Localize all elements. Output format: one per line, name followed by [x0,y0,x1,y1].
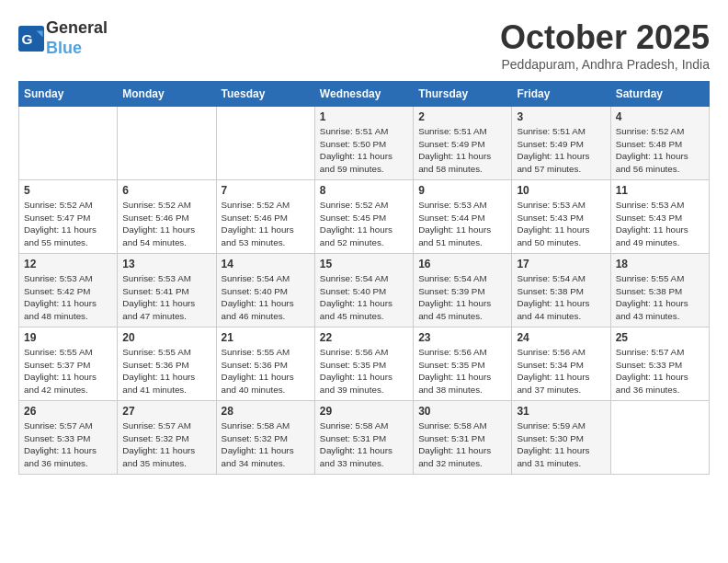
calendar-header: SundayMondayTuesdayWednesdayThursdayFrid… [19,82,710,107]
day-info: Sunrise: 5:52 AM Sunset: 5:48 PM Dayligh… [616,125,704,176]
logo: G General Blue [18,18,108,58]
calendar-cell: 21Sunrise: 5:55 AM Sunset: 5:36 PM Dayli… [216,327,314,401]
day-info: Sunrise: 5:55 AM Sunset: 5:36 PM Dayligh… [222,346,310,396]
day-number: 8 [320,184,408,197]
page-header: G General Blue October 2025 Peddapuram, … [18,18,710,72]
day-info: Sunrise: 5:59 AM Sunset: 5:30 PM Dayligh… [517,419,605,470]
day-info: Sunrise: 5:58 AM Sunset: 5:32 PM Dayligh… [222,419,310,470]
day-info: Sunrise: 5:57 AM Sunset: 5:33 PM Dayligh… [616,346,704,396]
calendar-week-row: 19Sunrise: 5:55 AM Sunset: 5:37 PM Dayli… [19,327,710,401]
calendar-cell: 13Sunrise: 5:53 AM Sunset: 5:41 PM Dayli… [118,254,216,327]
day-number: 11 [616,184,704,197]
day-number: 18 [616,258,704,270]
day-number: 10 [517,184,605,197]
day-info: Sunrise: 5:52 AM Sunset: 5:47 PM Dayligh… [24,199,112,249]
day-number: 24 [517,331,605,344]
day-info: Sunrise: 5:55 AM Sunset: 5:37 PM Dayligh… [24,346,112,396]
calendar-week-row: 12Sunrise: 5:53 AM Sunset: 5:42 PM Dayli… [19,254,710,327]
day-info: Sunrise: 5:52 AM Sunset: 5:46 PM Dayligh… [122,199,210,249]
day-number: 21 [222,331,310,344]
calendar-cell: 10Sunrise: 5:53 AM Sunset: 5:43 PM Dayli… [512,180,610,254]
day-number: 15 [320,258,408,270]
day-info: Sunrise: 5:58 AM Sunset: 5:31 PM Dayligh… [418,419,506,470]
day-number: 12 [24,258,112,270]
day-number: 23 [418,331,506,344]
calendar-cell: 26Sunrise: 5:57 AM Sunset: 5:33 PM Dayli… [19,401,118,475]
logo-icon: G [18,26,44,52]
day-info: Sunrise: 5:53 AM Sunset: 5:43 PM Dayligh… [616,199,704,249]
calendar-cell: 2Sunrise: 5:51 AM Sunset: 5:49 PM Daylig… [414,107,512,180]
day-info: Sunrise: 5:52 AM Sunset: 5:46 PM Dayligh… [222,199,310,249]
location: Peddapuram, Andhra Pradesh, India [500,57,710,72]
calendar-cell: 7Sunrise: 5:52 AM Sunset: 5:46 PM Daylig… [216,180,314,254]
days-of-week-row: SundayMondayTuesdayWednesdayThursdayFrid… [19,82,710,107]
calendar-cell: 25Sunrise: 5:57 AM Sunset: 5:33 PM Dayli… [610,327,709,401]
calendar-cell: 30Sunrise: 5:58 AM Sunset: 5:31 PM Dayli… [414,401,512,475]
logo-text: General Blue [46,18,108,58]
day-number: 19 [24,331,112,344]
day-info: Sunrise: 5:51 AM Sunset: 5:49 PM Dayligh… [517,125,605,176]
day-number: 6 [122,184,210,197]
day-info: Sunrise: 5:58 AM Sunset: 5:31 PM Dayligh… [320,419,408,470]
day-number: 2 [418,110,506,123]
day-info: Sunrise: 5:52 AM Sunset: 5:45 PM Dayligh… [320,199,408,249]
day-number: 30 [418,405,506,418]
day-of-week-header: Monday [118,82,216,107]
calendar-cell [118,107,216,180]
calendar-cell: 6Sunrise: 5:52 AM Sunset: 5:46 PM Daylig… [118,180,216,254]
day-info: Sunrise: 5:53 AM Sunset: 5:43 PM Dayligh… [517,199,605,249]
calendar-cell: 19Sunrise: 5:55 AM Sunset: 5:37 PM Dayli… [19,327,118,401]
calendar-cell [216,107,314,180]
day-of-week-header: Saturday [610,82,709,107]
calendar-cell: 23Sunrise: 5:56 AM Sunset: 5:35 PM Dayli… [414,327,512,401]
calendar-cell: 29Sunrise: 5:58 AM Sunset: 5:31 PM Dayli… [314,401,413,475]
day-number: 25 [616,331,704,344]
day-number: 3 [517,110,605,123]
day-of-week-header: Sunday [19,82,118,107]
day-info: Sunrise: 5:54 AM Sunset: 5:39 PM Dayligh… [418,272,506,323]
calendar-cell: 20Sunrise: 5:55 AM Sunset: 5:36 PM Dayli… [118,327,216,401]
calendar-cell: 12Sunrise: 5:53 AM Sunset: 5:42 PM Dayli… [19,254,118,327]
logo-line2: Blue [46,39,108,59]
calendar-cell: 11Sunrise: 5:53 AM Sunset: 5:43 PM Dayli… [610,180,709,254]
day-number: 5 [24,184,112,197]
calendar-cell: 14Sunrise: 5:54 AM Sunset: 5:40 PM Dayli… [216,254,314,327]
day-info: Sunrise: 5:56 AM Sunset: 5:34 PM Dayligh… [517,346,605,396]
calendar-cell: 31Sunrise: 5:59 AM Sunset: 5:30 PM Dayli… [512,401,610,475]
day-number: 20 [122,331,210,344]
day-of-week-header: Thursday [414,82,512,107]
calendar-body: 1Sunrise: 5:51 AM Sunset: 5:50 PM Daylig… [19,107,710,475]
calendar-cell: 28Sunrise: 5:58 AM Sunset: 5:32 PM Dayli… [216,401,314,475]
calendar-cell: 3Sunrise: 5:51 AM Sunset: 5:49 PM Daylig… [512,107,610,180]
day-info: Sunrise: 5:57 AM Sunset: 5:33 PM Dayligh… [24,419,112,470]
day-number: 28 [222,405,310,418]
day-number: 22 [320,331,408,344]
day-of-week-header: Friday [512,82,610,107]
day-info: Sunrise: 5:55 AM Sunset: 5:38 PM Dayligh… [616,272,704,323]
calendar-cell: 22Sunrise: 5:56 AM Sunset: 5:35 PM Dayli… [314,327,413,401]
svg-text:G: G [22,30,33,46]
calendar-cell: 4Sunrise: 5:52 AM Sunset: 5:48 PM Daylig… [610,107,709,180]
day-info: Sunrise: 5:53 AM Sunset: 5:41 PM Dayligh… [122,272,210,323]
calendar-cell [19,107,118,180]
calendar-cell: 27Sunrise: 5:57 AM Sunset: 5:32 PM Dayli… [118,401,216,475]
calendar-week-row: 5Sunrise: 5:52 AM Sunset: 5:47 PM Daylig… [19,180,710,254]
day-number: 29 [320,405,408,418]
day-info: Sunrise: 5:51 AM Sunset: 5:50 PM Dayligh… [320,125,408,176]
day-info: Sunrise: 5:57 AM Sunset: 5:32 PM Dayligh… [122,419,210,470]
day-number: 13 [122,258,210,270]
calendar-cell [610,401,709,475]
day-number: 9 [418,184,506,197]
calendar-week-row: 1Sunrise: 5:51 AM Sunset: 5:50 PM Daylig… [19,107,710,180]
day-number: 4 [616,110,704,123]
day-of-week-header: Wednesday [314,82,413,107]
day-number: 17 [517,258,605,270]
day-info: Sunrise: 5:56 AM Sunset: 5:35 PM Dayligh… [320,346,408,396]
logo-line1: General [46,18,108,39]
day-number: 31 [517,405,605,418]
day-of-week-header: Tuesday [216,82,314,107]
calendar-cell: 17Sunrise: 5:54 AM Sunset: 5:38 PM Dayli… [512,254,610,327]
day-number: 7 [222,184,310,197]
calendar-cell: 16Sunrise: 5:54 AM Sunset: 5:39 PM Dayli… [414,254,512,327]
calendar-table: SundayMondayTuesdayWednesdayThursdayFrid… [18,81,710,475]
